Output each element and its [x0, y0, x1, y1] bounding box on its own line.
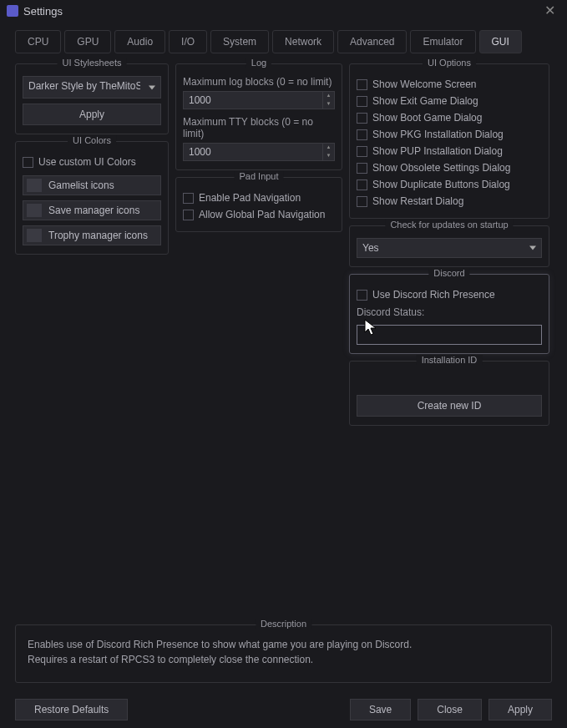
- allow-global-pad-nav-checkbox[interactable]: Allow Global Pad Navigation: [183, 206, 335, 223]
- updates-select-value: Yes: [362, 242, 379, 254]
- trophy-manager-icons-button[interactable]: Trophy manager icons: [23, 225, 161, 245]
- group-pad-input: Pad Input Enable Pad Navigation Allow Gl…: [175, 177, 342, 232]
- checkbox-label: Use Discord Rich Presence: [372, 289, 495, 301]
- checkbox-label: Show PUP Installation Dialog: [372, 145, 503, 157]
- show-duplicate-buttons-checkbox[interactable]: Show Duplicate Buttons Dialog: [357, 176, 542, 193]
- group-ui-options: UI Options Show Welcome Screen Show Exit…: [349, 63, 549, 219]
- bottom-bar: Restore Defaults Save Close Apply: [0, 691, 567, 728]
- tab-bar: CPU GPU Audio I/O System Network Advance…: [0, 22, 567, 57]
- checkbox-label: Show Restart Dialog: [372, 195, 463, 207]
- checkbox-icon: [183, 210, 194, 220]
- checkbox-label: Allow Global Pad Navigation: [199, 209, 325, 220]
- titlebar: Settings ✕: [0, 0, 567, 22]
- group-title: UI Stylesheets: [58, 58, 127, 68]
- group-discord: Discord Use Discord Rich Presence Discor…: [349, 274, 549, 354]
- checkbox-label: Use custom UI Colors: [38, 156, 136, 168]
- button-label: Trophy manager icons: [48, 230, 148, 241]
- group-title: Check for updates on startup: [385, 220, 513, 230]
- color-swatch: [27, 229, 42, 242]
- apply-button[interactable]: Apply: [489, 699, 552, 720]
- tab-emulator[interactable]: Emulator: [410, 30, 475, 53]
- show-pkg-install-checkbox[interactable]: Show PKG Installation Dialog: [357, 126, 542, 143]
- tab-system[interactable]: System: [210, 30, 269, 53]
- show-welcome-checkbox[interactable]: Show Welcome Screen: [357, 76, 542, 93]
- app-icon: [7, 5, 18, 17]
- color-swatch: [27, 204, 42, 217]
- tab-audio[interactable]: Audio: [114, 30, 165, 53]
- group-title: Pad Input: [234, 171, 283, 181]
- spinner-buttons[interactable]: ▲▼: [323, 143, 335, 161]
- checkbox-icon: [357, 163, 367, 174]
- group-ui-colors: UI Colors Use custom UI Colors Gamelist …: [15, 141, 169, 255]
- use-discord-rp-checkbox[interactable]: Use Discord Rich Presence: [357, 286, 542, 303]
- max-log-label: Maximum log blocks (0 = no limit): [183, 76, 335, 88]
- color-swatch: [27, 179, 42, 192]
- tab-advanced[interactable]: Advanced: [337, 30, 407, 53]
- show-exit-game-checkbox[interactable]: Show Exit Game Dialog: [357, 93, 542, 109]
- max-tty-label: Maximum TTY blocks (0 = no limit): [183, 116, 335, 139]
- tab-network[interactable]: Network: [272, 30, 334, 53]
- group-check-updates: Check for updates on startup Yes: [349, 225, 549, 267]
- checkbox-label: Show Obsolete Settings Dialog: [372, 162, 510, 174]
- checkbox-icon: [357, 179, 367, 190]
- button-label: Save manager icons: [48, 205, 139, 216]
- show-boot-game-checkbox[interactable]: Show Boot Game Dialog: [357, 109, 542, 126]
- enable-pad-nav-checkbox[interactable]: Enable Pad Navigation: [183, 190, 335, 206]
- checkbox-icon: [357, 79, 367, 90]
- checkbox-icon: [357, 146, 367, 157]
- close-icon[interactable]: ✕: [539, 3, 560, 19]
- updates-select[interactable]: Yes: [357, 238, 542, 258]
- show-pup-install-checkbox[interactable]: Show PUP Installation Dialog: [357, 143, 542, 159]
- checkbox-icon: [357, 290, 367, 301]
- checkbox-icon: [357, 113, 367, 124]
- checkbox-icon: [183, 193, 194, 204]
- max-log-input[interactable]: [183, 91, 323, 109]
- show-restart-dialog-checkbox[interactable]: Show Restart Dialog: [357, 193, 542, 210]
- save-button[interactable]: Save: [350, 699, 411, 720]
- group-installation-id: Installation ID Create new ID: [349, 361, 549, 426]
- group-description: Description Enables use of Discord Rich …: [15, 624, 552, 683]
- button-label: Gamelist icons: [48, 179, 114, 191]
- window-title: Settings: [23, 5, 63, 18]
- stylesheet-select[interactable]: Darker Style by TheMitoSan: [23, 76, 161, 99]
- description-text: Enables use of Discord Rich Presence to …: [28, 637, 539, 667]
- checkbox-icon: [357, 96, 367, 107]
- restore-defaults-button[interactable]: Restore Defaults: [15, 699, 128, 720]
- group-title: Installation ID: [417, 355, 483, 365]
- group-title: Discord: [428, 268, 469, 278]
- checkbox-icon: [23, 157, 33, 168]
- create-new-id-button[interactable]: Create new ID: [357, 395, 542, 417]
- chevron-down-icon: [149, 85, 155, 89]
- checkbox-label: Show Welcome Screen: [372, 78, 477, 90]
- max-tty-input[interactable]: [183, 143, 323, 161]
- tab-gpu[interactable]: GPU: [64, 30, 111, 53]
- discord-status-label: Discord Status:: [357, 306, 542, 318]
- use-custom-colors-checkbox[interactable]: Use custom UI Colors: [23, 154, 161, 170]
- checkbox-label: Show Boot Game Dialog: [372, 112, 482, 124]
- show-obsolete-settings-checkbox[interactable]: Show Obsolete Settings Dialog: [357, 159, 542, 176]
- chevron-down-icon: [529, 246, 536, 250]
- checkbox-label: Show Duplicate Buttons Dialog: [372, 179, 510, 190]
- tab-gui[interactable]: GUI: [479, 30, 522, 53]
- group-log: Log Maximum log blocks (0 = no limit) ▲▼…: [175, 63, 342, 170]
- group-title: UI Colors: [68, 135, 116, 145]
- stylesheet-select-value: Darker Style by TheMitoSan: [28, 80, 140, 92]
- tab-io[interactable]: I/O: [169, 30, 207, 53]
- checkbox-icon: [357, 196, 367, 207]
- discord-status-input[interactable]: [357, 325, 542, 345]
- checkbox-icon: [357, 129, 367, 140]
- stylesheet-apply-button[interactable]: Apply: [23, 104, 161, 125]
- checkbox-label: Show PKG Installation Dialog: [372, 129, 504, 140]
- group-title: Log: [246, 58, 271, 68]
- tab-cpu[interactable]: CPU: [15, 30, 61, 53]
- spinner-buttons[interactable]: ▲▼: [323, 91, 335, 109]
- checkbox-label: Enable Pad Navigation: [199, 192, 301, 204]
- group-title: Description: [256, 619, 311, 629]
- group-ui-stylesheets: UI Stylesheets Darker Style by TheMitoSa…: [15, 63, 169, 134]
- save-manager-icons-button[interactable]: Save manager icons: [23, 200, 161, 220]
- gamelist-icons-button[interactable]: Gamelist icons: [23, 175, 161, 195]
- close-button[interactable]: Close: [418, 699, 482, 720]
- checkbox-label: Show Exit Game Dialog: [372, 95, 478, 107]
- group-title: UI Options: [423, 58, 476, 68]
